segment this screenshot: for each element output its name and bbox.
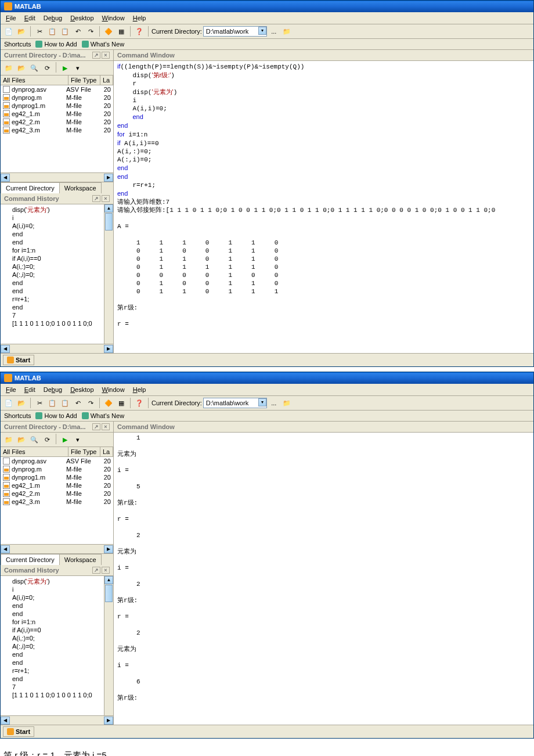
menu-file[interactable]: File <box>3 385 19 394</box>
paste-icon[interactable]: 📋 <box>59 397 71 409</box>
open-file-icon[interactable]: 📂 <box>16 397 27 409</box>
simulink-icon[interactable]: 🔶 <box>103 26 114 37</box>
file-row[interactable]: eg42_1.mM-file20 <box>1 110 113 118</box>
shortcut-whats-new[interactable]: What's New <box>82 41 124 48</box>
up-folder-icon[interactable]: 📁 <box>281 397 293 409</box>
history-line[interactable]: A(i,i)=0; <box>12 593 112 602</box>
col-name[interactable]: All Files <box>1 75 68 85</box>
history-line[interactable]: r=r+1; <box>12 667 112 675</box>
scroll-right-icon[interactable]: ▶ <box>104 174 113 182</box>
file-row[interactable]: eg42_3.mM-file20 <box>1 126 113 134</box>
vertical-scrollbar[interactable]: ▲ <box>104 204 113 344</box>
close-icon[interactable]: × <box>102 195 110 202</box>
history-line[interactable]: A(:,i)=0; <box>12 642 112 650</box>
new-file-icon[interactable]: 📄 <box>3 397 15 409</box>
scroll-left-icon[interactable]: ◀ <box>1 717 10 725</box>
horizontal-scrollbar[interactable]: ◀ ▶ <box>1 172 113 182</box>
horizontal-scrollbar[interactable]: ◀▶ <box>1 544 113 553</box>
help-icon[interactable]: ❓ <box>134 26 145 37</box>
scroll-up-icon[interactable]: ▲ <box>104 204 113 213</box>
history-line[interactable]: 7 <box>12 311 112 319</box>
file-row[interactable]: dynprog1.mM-file20 <box>1 473 113 481</box>
file-row[interactable]: dynprog.asvASV File20 <box>1 85 113 93</box>
chevron-down-icon[interactable]: ▾ <box>258 27 266 35</box>
tab-workspace[interactable]: Workspace <box>59 554 102 565</box>
scroll-right-icon[interactable]: ▶ <box>104 545 113 553</box>
command-window[interactable]: 1 元素为 i = 5 第r级: r = 2 元素为 i = 2 第r级: r … <box>114 433 533 703</box>
cut-icon[interactable]: ✂ <box>34 397 45 409</box>
history-line[interactable]: if A(i,i)==0 <box>12 254 112 262</box>
shortcut-how-to-add[interactable]: How to Add <box>35 412 77 419</box>
close-icon[interactable]: × <box>102 52 110 59</box>
copy-icon[interactable]: 📋 <box>46 26 58 37</box>
history-line[interactable]: end <box>12 303 112 311</box>
menu-debug[interactable]: Debug <box>41 13 65 23</box>
history-line[interactable]: i <box>12 585 112 593</box>
close-icon[interactable]: × <box>102 567 110 574</box>
menu-help[interactable]: Help <box>130 385 149 394</box>
tab-current-directory[interactable]: Current Directory <box>1 182 60 193</box>
history-line[interactable]: A(:,i)=0; <box>12 271 112 279</box>
scroll-thumb[interactable] <box>105 213 113 231</box>
current-directory-input[interactable] <box>203 398 267 408</box>
horizontal-scrollbar[interactable]: ◀ ▶ <box>1 344 113 353</box>
history-line[interactable]: [1 1 1 0 1 1 0;0 1 0 0 1 1 0;0 <box>12 691 112 699</box>
file-row[interactable]: eg42_2.mM-file20 <box>1 118 113 126</box>
undock-icon[interactable]: ↗ <box>92 423 100 430</box>
menu-edit[interactable]: Edit <box>21 13 38 23</box>
file-row[interactable]: dynprog1.mM-file20 <box>1 102 113 110</box>
new-folder-icon[interactable]: 📂 <box>16 62 27 74</box>
undo-icon[interactable]: ↶ <box>72 397 84 409</box>
report-icon[interactable]: ▾ <box>72 62 84 74</box>
menu-file[interactable]: File <box>3 13 19 23</box>
open-file-icon[interactable]: 📂 <box>16 26 27 37</box>
scroll-up-icon[interactable]: ▲ <box>104 576 113 584</box>
file-row[interactable]: eg42_1.mM-file20 <box>1 481 113 489</box>
col-type[interactable]: File Type <box>68 75 100 85</box>
guide-icon[interactable]: ▦ <box>116 26 127 37</box>
menu-desktop[interactable]: Desktop <box>67 13 96 23</box>
scroll-left-icon[interactable]: ◀ <box>1 345 10 353</box>
undock-icon[interactable]: ↗ <box>92 195 100 202</box>
undo-icon[interactable]: ↶ <box>72 26 84 37</box>
file-row[interactable]: eg42_3.mM-file20 <box>1 498 113 506</box>
title-bar[interactable]: MATLAB <box>1 372 533 384</box>
redo-icon[interactable]: ↷ <box>85 397 96 409</box>
browse-button[interactable]: ... <box>268 26 280 37</box>
undock-icon[interactable]: ↗ <box>92 567 100 574</box>
start-button[interactable]: Start <box>3 355 34 365</box>
history-line[interactable]: end <box>12 602 112 610</box>
scroll-left-icon[interactable]: ◀ <box>1 174 10 182</box>
tab-workspace[interactable]: Workspace <box>59 182 102 193</box>
close-icon[interactable]: × <box>102 423 110 430</box>
col-la[interactable]: La <box>100 75 113 85</box>
copy-icon[interactable]: 📋 <box>46 397 58 409</box>
find-icon[interactable]: 🔍 <box>28 62 40 74</box>
shortcut-whats-new[interactable]: What's New <box>82 412 124 419</box>
command-history-body[interactable]: disp('元素为')iA(i,i)=0;endendfor i=1:nif A… <box>1 576 113 715</box>
history-line[interactable]: disp('元素为') <box>12 206 112 214</box>
history-line[interactable]: [1 1 1 0 1 1 0;0 1 0 0 1 1 0;0 <box>12 319 112 327</box>
run-icon[interactable]: ▶ <box>59 434 71 445</box>
scroll-left-icon[interactable]: ◀ <box>1 545 10 553</box>
menu-window[interactable]: Window <box>99 385 128 394</box>
history-line[interactable]: r=r+1; <box>12 295 112 303</box>
title-bar[interactable]: MATLAB <box>1 1 533 12</box>
cut-icon[interactable]: ✂ <box>34 26 45 37</box>
browse-button[interactable]: ... <box>268 397 280 409</box>
menu-edit[interactable]: Edit <box>21 385 38 394</box>
file-row[interactable]: dynprog.mM-file20 <box>1 465 113 473</box>
new-file-icon[interactable]: 📄 <box>3 26 15 37</box>
help-icon[interactable]: ❓ <box>134 397 145 409</box>
redo-icon[interactable]: ↷ <box>85 26 96 37</box>
history-line[interactable]: A(i,:)=0; <box>12 634 112 642</box>
current-directory-input[interactable] <box>203 26 267 37</box>
vertical-scrollbar[interactable]: ▲ <box>104 576 113 715</box>
guide-icon[interactable]: ▦ <box>116 397 127 409</box>
history-line[interactable]: A(i,:)=0; <box>12 262 112 271</box>
command-window[interactable]: if((length(P)==length(S))&~isempty(P)&~i… <box>114 61 533 329</box>
history-line[interactable]: end <box>12 238 112 246</box>
history-line[interactable]: end <box>12 658 112 667</box>
start-button[interactable]: Start <box>3 726 34 737</box>
folder-icon[interactable]: 📁 <box>3 434 15 445</box>
